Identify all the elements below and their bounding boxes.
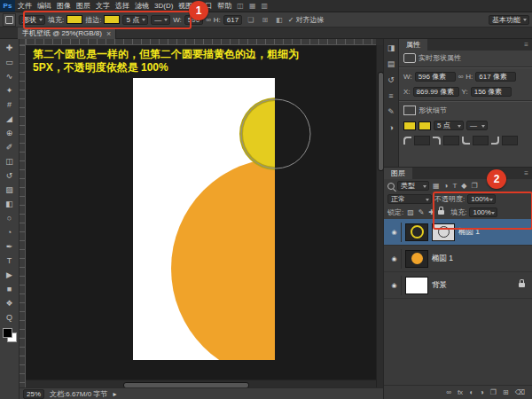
align-edges-checkbox[interactable]: ✓ 对齐边缘 <box>288 15 325 25</box>
prop-y-input[interactable]: 156 像素 <box>471 87 512 97</box>
prop-x-input[interactable]: 869.99 像素 <box>413 87 459 97</box>
history-brush-tool[interactable]: ↺ <box>2 168 18 183</box>
prop-stroke-swatch[interactable] <box>419 121 431 130</box>
corner-top-right-input[interactable] <box>443 136 459 145</box>
type-tool[interactable]: T <box>2 254 18 268</box>
zoom-tool[interactable]: Q <box>2 310 18 325</box>
smart-object-filter-icon[interactable]: ❐ <box>470 182 478 190</box>
link-dimensions-icon[interactable]: ∞ <box>206 16 211 24</box>
status-arrow-icon[interactable]: ▸ <box>113 390 116 398</box>
collapsed-panel-dock: ◨ ▤ ↺ ≡ ✎ ◑ <box>383 39 398 167</box>
layout-icon[interactable]: ◫ <box>234 2 246 10</box>
magic-wand-tool[interactable]: ✦ <box>2 83 18 98</box>
corner-bottom-left-input[interactable] <box>473 136 489 145</box>
canvas-workspace[interactable]: 第二个圆也是一样的，但第二个圆要描黄色的边，粗细为 5PX，不透明度依然是 10… <box>26 45 376 387</box>
orange-circle-thumb <box>411 253 423 264</box>
link-wh-icon[interactable]: ∞ <box>458 73 464 81</box>
delete-layer-icon[interactable]: ⌫ <box>515 388 525 396</box>
tab-properties[interactable]: 属性 <box>399 39 427 51</box>
styles-panel-icon[interactable]: ✎ <box>387 107 395 116</box>
lasso-tool[interactable]: ∿ <box>2 69 18 83</box>
corner-top-left-input[interactable] <box>414 136 430 145</box>
panel-menu-icon[interactable]: ≡ <box>520 39 532 51</box>
move-tool[interactable]: ✚ <box>2 41 18 55</box>
prop-width-input[interactable]: 596 像素 <box>415 72 456 82</box>
brush-tool[interactable]: ✐ <box>2 140 18 154</box>
info-panel-icon[interactable]: ≡ <box>388 91 393 100</box>
layers-bottom-toolbar: ∞ fx ◐ ◑ ❐ ⊞ ⌫ <box>384 385 532 399</box>
color-panel-icon[interactable]: ◨ <box>387 43 395 52</box>
visibility-eye-icon[interactable]: ◉ <box>391 255 396 262</box>
path-operations-icon[interactable]: ❏ <box>245 16 256 24</box>
lock-transparency-icon[interactable]: ▨ <box>406 208 415 216</box>
layer-thumbnail[interactable] <box>405 250 428 268</box>
swatches-panel-icon[interactable]: ▤ <box>387 59 395 68</box>
eraser-tool[interactable]: ▨ <box>2 183 18 197</box>
hand-tool[interactable]: ❖ <box>2 296 18 310</box>
dodge-tool[interactable]: ◔ <box>2 225 18 239</box>
path-selection-tool[interactable]: ▶ <box>2 268 18 282</box>
layer-group-icon[interactable]: ❐ <box>490 388 497 396</box>
adjustment-layer-icon[interactable]: ◑ <box>480 388 484 396</box>
prop-height-value: 617 像素 <box>479 72 507 82</box>
workspace-switcher[interactable]: 基本功能 <box>489 15 529 25</box>
vertical-scrollbar[interactable] <box>376 45 383 387</box>
pen-tool[interactable]: ✒ <box>2 239 18 254</box>
prop-w-label: W: <box>403 73 412 81</box>
layer-row-ellipse1[interactable]: ◉ 椭圆 1 <box>384 246 532 272</box>
pixel-filter-icon[interactable]: ▦ <box>432 182 441 190</box>
horizontal-scrollbar[interactable] <box>26 379 376 387</box>
path-arrangement-icon[interactable]: ◧ <box>273 16 286 24</box>
shape-filter-icon[interactable]: ◆ <box>460 182 467 190</box>
annotation-line-2: 5PX，不透明度依然是 100% <box>33 61 299 74</box>
canvas-shapes[interactable] <box>26 45 376 387</box>
prop-height-input[interactable]: 617 像素 <box>475 72 516 82</box>
prop-stroke-style-select[interactable]: — <box>466 121 488 130</box>
shape-tool[interactable]: ■ <box>2 282 18 296</box>
blur-tool[interactable]: ○ <box>2 211 18 225</box>
divider <box>399 66 532 68</box>
new-layer-icon[interactable]: ⊞ <box>503 388 509 396</box>
screen-mode-icon[interactable]: ▦ <box>246 2 259 10</box>
layer-mask-icon[interactable]: ◐ <box>469 388 473 396</box>
background-lock-icon <box>519 283 525 287</box>
type-filter-icon[interactable]: T <box>451 182 458 190</box>
path-alignment-icon[interactable]: ⊞ <box>259 16 270 24</box>
clone-stamp-tool[interactable]: ◫ <box>2 154 18 168</box>
visibility-eye-icon[interactable]: ◉ <box>391 282 396 289</box>
active-tool-icon[interactable] <box>3 13 16 27</box>
layer-thumbnail[interactable] <box>405 223 428 241</box>
adjustment-filter-icon[interactable]: ◑ <box>443 182 450 190</box>
history-panel-icon[interactable]: ↺ <box>387 75 395 84</box>
adjustments-panel-icon[interactable]: ◑ <box>388 123 393 132</box>
layer-thumbnail[interactable] <box>405 277 428 294</box>
healing-brush-tool[interactable]: ⊕ <box>2 126 18 140</box>
horizontal-ruler[interactable] <box>26 39 376 45</box>
gradient-tool[interactable]: ◧ <box>2 197 18 211</box>
foreground-color-swatch[interactable] <box>3 328 12 338</box>
extras-icon[interactable]: ▥ <box>258 2 270 10</box>
prop-stroke-width-select[interactable]: 5 点 <box>434 121 464 130</box>
layer-name[interactable]: 椭圆 1 <box>432 254 453 264</box>
shape-details-label: 形状细节 <box>419 106 447 115</box>
prop-fill-swatch[interactable] <box>403 121 416 130</box>
eyedropper-tool[interactable]: ◢ <box>2 112 18 126</box>
lock-pixels-icon[interactable]: ✎ <box>418 208 426 216</box>
layers-menu-icon[interactable]: ≡ <box>520 168 532 179</box>
vertical-ruler[interactable] <box>20 45 26 387</box>
blend-mode-select[interactable]: 正常 <box>387 194 432 204</box>
layer-name[interactable]: 背景 <box>432 280 447 291</box>
layer-style-icon[interactable]: fx <box>458 388 463 396</box>
menu-help[interactable]: 帮助 <box>215 0 234 12</box>
marquee-tool[interactable]: ▭ <box>2 55 18 69</box>
shape-height-input[interactable]: 617 <box>223 15 242 25</box>
zoom-level-input[interactable]: 25% <box>23 389 44 399</box>
filter-kind-select[interactable]: 类型 <box>397 181 429 191</box>
link-layers-icon[interactable]: ∞ <box>446 388 451 396</box>
layer-row-background[interactable]: ◉ 背景 <box>384 272 532 299</box>
crop-tool[interactable]: # <box>2 98 18 112</box>
close-tab-icon[interactable]: × <box>106 29 111 38</box>
visibility-eye-icon[interactable]: ◉ <box>391 229 396 236</box>
corner-bottom-right-input[interactable] <box>502 136 518 145</box>
tab-layers[interactable]: 图层 <box>384 168 412 179</box>
